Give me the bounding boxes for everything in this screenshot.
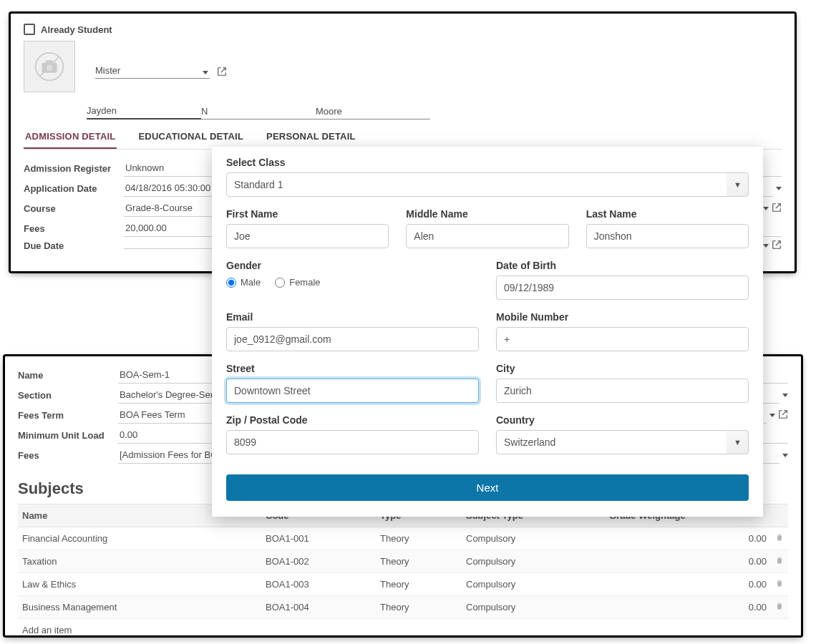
add-item-link[interactable]: Add an item: [18, 619, 788, 641]
city-label: City: [496, 363, 749, 374]
fees-label: Fees: [24, 223, 124, 234]
street-label: Street: [226, 363, 479, 374]
cell-name: Law & Ethics: [18, 573, 261, 596]
section-label: Section: [18, 390, 118, 401]
first-name-input[interactable]: [87, 102, 201, 119]
email-field[interactable]: [226, 327, 479, 351]
fees-term-label: Fees Term: [18, 410, 118, 421]
tab-educational-detail[interactable]: EDUCATIONAL DETAIL: [137, 125, 245, 149]
last-name-label: Last Name: [586, 208, 749, 220]
tab-admission-detail[interactable]: ADMISSION DETAIL: [24, 125, 117, 149]
city-field[interactable]: [496, 379, 749, 403]
mobile-field[interactable]: [496, 327, 749, 351]
due-date-label: Due Date: [24, 240, 124, 251]
application-date-label: Application Date: [24, 183, 124, 194]
select-class[interactable]: [226, 172, 749, 197]
chevron-down-icon[interactable]: [769, 414, 775, 417]
gender-label: Gender: [226, 260, 479, 271]
svg-point-4: [47, 64, 53, 71]
cell-weight: 0.00: [605, 596, 771, 619]
cell-type: Theory: [376, 573, 462, 596]
table-row[interactable]: Law & EthicsBOA1-003TheoryCompulsory0.00: [18, 573, 788, 596]
trash-icon[interactable]: [775, 556, 784, 567]
cell-code: BOA1-002: [261, 550, 376, 573]
title-select[interactable]: [95, 62, 210, 79]
dob-field[interactable]: [496, 275, 749, 300]
trash-icon[interactable]: [775, 533, 784, 544]
dob-label: Date of Birth: [496, 260, 749, 271]
cell-name: Financial Accounting: [18, 527, 261, 550]
cell-subject-type: Compulsory: [462, 596, 605, 619]
chevron-down-icon: ▼: [734, 438, 742, 447]
chevron-down-icon[interactable]: [763, 207, 769, 210]
cell-type: Theory: [376, 550, 462, 573]
zip-field[interactable]: [226, 430, 479, 454]
cell-type: Theory: [376, 527, 462, 550]
cell-weight: 0.00: [605, 573, 771, 596]
chevron-down-icon[interactable]: [782, 394, 788, 397]
gender-male-radio[interactable]: Male: [226, 277, 261, 288]
cell-code: BOA1-004: [261, 596, 376, 619]
already-student-label: Already Student: [41, 24, 112, 35]
external-link-icon[interactable]: [772, 240, 782, 252]
cell-weight: 0.00: [605, 527, 771, 550]
svg-rect-3: [46, 60, 54, 64]
trash-icon[interactable]: [775, 579, 784, 590]
cell-weight: 0.00: [605, 550, 771, 573]
already-student-checkbox[interactable]: [24, 24, 35, 35]
zip-label: Zip / Postal Code: [226, 414, 479, 426]
middle-name-field[interactable]: [406, 224, 568, 248]
external-link-icon[interactable]: [778, 409, 788, 421]
last-name-input[interactable]: [316, 102, 430, 119]
gender-female-radio[interactable]: Female: [275, 277, 320, 288]
fees-label: Fees: [18, 450, 118, 461]
middle-name-label: Middle Name: [406, 208, 568, 220]
cell-name: Business Management: [18, 596, 261, 619]
name-label: Name: [18, 370, 118, 381]
cell-type: Theory: [376, 596, 462, 619]
last-name-field[interactable]: [586, 224, 749, 248]
cell-subject-type: Compulsory: [462, 573, 605, 596]
select-class-label: Select Class: [226, 157, 749, 168]
first-name-label: First Name: [226, 208, 389, 220]
subjects-table: Name Code Type Subject Type Grade Weight…: [18, 504, 788, 619]
no-photo-icon: [34, 52, 64, 82]
admission-register-label: Admission Register: [24, 163, 124, 174]
street-field[interactable]: [226, 379, 479, 403]
course-label: Course: [24, 203, 124, 214]
cell-code: BOA1-003: [261, 573, 376, 596]
next-button[interactable]: Next: [226, 474, 749, 501]
table-row[interactable]: TaxationBOA1-002TheoryCompulsory0.00: [18, 550, 788, 573]
country-label: Country: [496, 414, 749, 426]
chevron-down-icon: [203, 71, 208, 74]
chevron-down-icon[interactable]: [782, 454, 788, 457]
cell-name: Taxation: [18, 550, 261, 573]
chevron-down-icon: ▼: [734, 180, 742, 189]
table-row[interactable]: Financial AccountingBOA1-001TheoryCompul…: [18, 527, 788, 550]
chevron-down-icon[interactable]: [776, 187, 782, 190]
cell-subject-type: Compulsory: [462, 550, 605, 573]
avatar[interactable]: [24, 41, 75, 92]
cell-subject-type: Compulsory: [462, 527, 605, 550]
external-link-icon[interactable]: [217, 67, 227, 79]
min-unit-load-label: Minimum Unit Load: [18, 430, 118, 441]
table-row[interactable]: Business ManagementBOA1-004TheoryCompuls…: [18, 596, 788, 619]
email-label: Email: [226, 311, 479, 323]
middle-name-input[interactable]: [201, 102, 316, 119]
trash-icon[interactable]: [775, 602, 784, 613]
chevron-down-icon[interactable]: [763, 244, 769, 248]
tab-personal-detail[interactable]: PERSONAL DETAIL: [265, 125, 357, 149]
cell-code: BOA1-001: [261, 527, 376, 550]
mobile-label: Mobile Number: [496, 311, 749, 323]
external-link-icon[interactable]: [772, 203, 782, 215]
country-select[interactable]: [496, 430, 749, 454]
first-name-field[interactable]: [226, 224, 389, 248]
